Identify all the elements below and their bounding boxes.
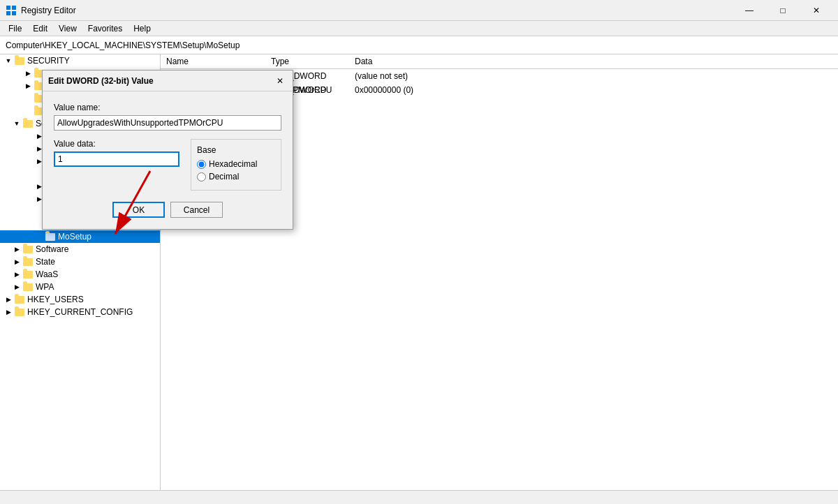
dialog-title-bar: Edit DWORD (32-bit) Value ✕ xyxy=(43,71,293,91)
dialog-title: Edit DWORD (32-bit) Value xyxy=(48,76,273,86)
expander-select xyxy=(22,105,34,117)
ok-button[interactable]: OK xyxy=(112,202,165,218)
tree-label-waas: WaaS xyxy=(36,269,58,279)
tree-item-hkey-users[interactable]: ▶ HKEY_USERS xyxy=(0,293,160,306)
folder-icon-software xyxy=(22,244,34,255)
expander-software: ▶ xyxy=(11,244,22,255)
radio-decimal-row: Decimal xyxy=(197,172,275,181)
folder-icon-state xyxy=(22,256,34,267)
title-bar: Registry Editor — □ ✕ xyxy=(0,0,838,21)
expander-state: ▶ xyxy=(11,256,22,267)
tree-label-wpa: WPA xyxy=(36,282,54,292)
tree-label-state: State xyxy=(36,257,55,267)
value-name-input[interactable] xyxy=(54,115,281,131)
window-controls: — □ ✕ xyxy=(733,0,832,21)
cell-data-default: (value not set) xyxy=(355,71,832,81)
tree-item-waas[interactable]: ▶ WaaS xyxy=(0,268,160,281)
radio-hexadecimal-label: Hexadecimal xyxy=(209,159,257,169)
cancel-button[interactable]: Cancel xyxy=(170,202,223,218)
folder-icon-setup xyxy=(22,118,34,129)
expander-wpa: ▶ xyxy=(11,281,22,292)
folder-icon-security xyxy=(14,55,25,66)
menu-file[interactable]: File xyxy=(3,22,27,35)
maximize-button[interactable]: □ xyxy=(767,0,799,21)
tree-label-mosetup: MoSetup xyxy=(58,232,91,242)
value-data-input[interactable] xyxy=(54,151,179,167)
status-bar xyxy=(0,490,838,504)
window-title: Registry Editor xyxy=(21,6,733,15)
expander-setup: ▼ xyxy=(11,118,22,129)
menu-bar: File Edit View Favorites Help xyxy=(0,21,838,36)
expander-security: ▼ xyxy=(3,55,14,66)
folder-icon-hkey-users xyxy=(14,294,25,305)
folder-icon-mosetup xyxy=(45,231,56,242)
close-button[interactable]: ✕ xyxy=(800,0,832,21)
address-path: Computer\HKEY_LOCAL_MACHINE\SYSTEM\Setup… xyxy=(6,40,240,50)
expander-hkey-users: ▶ xyxy=(3,294,14,305)
radio-decimal[interactable] xyxy=(197,172,206,181)
dialog-close-button[interactable]: ✕ xyxy=(273,74,287,88)
folder-icon-wpa xyxy=(22,281,34,292)
address-bar: Computer\HKEY_LOCAL_MACHINE\SYSTEM\Setup… xyxy=(0,36,838,54)
dialog-buttons: OK Cancel xyxy=(54,202,281,218)
col-header-data: Data xyxy=(355,57,832,66)
app-icon xyxy=(6,5,17,16)
col-header-type: Type xyxy=(271,57,355,66)
dialog-body: Value name: Value data: Base Hexadecimal… xyxy=(43,91,293,229)
base-title: Base xyxy=(197,145,275,155)
edit-dword-dialog: Edit DWORD (32-bit) Value ✕ Value name: … xyxy=(42,70,293,230)
tree-item-software[interactable]: ▶ Software xyxy=(0,243,160,255)
svg-rect-1 xyxy=(12,6,16,10)
expander-hkey-current-config: ▶ xyxy=(3,306,14,318)
radio-hexadecimal[interactable] xyxy=(197,160,206,169)
svg-rect-2 xyxy=(6,11,10,15)
expander-resourcemanager: ▶ xyxy=(22,68,34,79)
col-header-name: Name xyxy=(166,57,271,66)
expander-rng xyxy=(22,93,34,104)
tree-item-wpa[interactable]: ▶ WPA xyxy=(0,281,160,293)
menu-favorites[interactable]: Favorites xyxy=(82,22,128,35)
menu-edit[interactable]: Edit xyxy=(27,22,53,35)
value-data-section: Value data: xyxy=(54,139,179,191)
expander-mosetup xyxy=(34,231,45,242)
base-section: Base Hexadecimal Decimal xyxy=(191,139,281,191)
tree-item-mosetup[interactable]: MoSetup xyxy=(0,230,160,243)
tree-label-hkey-users: HKEY_USERS xyxy=(27,295,84,304)
radio-decimal-label: Decimal xyxy=(209,172,239,181)
menu-view[interactable]: View xyxy=(53,22,82,35)
tree-label-security: SECURITY xyxy=(27,56,70,66)
cell-data-allow-upgrades: 0x00000000 (0) xyxy=(355,85,832,95)
dialog-row: Value data: Base Hexadecimal Decimal xyxy=(54,139,281,191)
folder-icon-hkey-current-config xyxy=(14,306,25,318)
expander-resourcepolicystore: ▶ xyxy=(22,80,34,91)
right-header: Name Type Data xyxy=(161,54,838,69)
tree-label-software: Software xyxy=(36,244,68,254)
tree-item-state[interactable]: ▶ State xyxy=(0,255,160,268)
value-name-label: Value name: xyxy=(54,103,281,112)
menu-help[interactable]: Help xyxy=(128,22,156,35)
folder-icon-waas xyxy=(22,269,34,280)
tree-item-security[interactable]: ▼ SECURITY xyxy=(0,54,160,67)
tree-label-hkey-current-config: HKEY_CURRENT_CONFIG xyxy=(27,307,133,317)
value-data-label: Value data: xyxy=(54,139,179,149)
expander-waas: ▶ xyxy=(11,269,22,280)
minimize-button[interactable]: — xyxy=(733,0,765,21)
svg-rect-0 xyxy=(6,6,10,10)
svg-rect-3 xyxy=(12,11,16,15)
tree-item-hkey-current-config[interactable]: ▶ HKEY_CURRENT_CONFIG xyxy=(0,306,160,318)
radio-hexadecimal-row: Hexadecimal xyxy=(197,159,275,169)
